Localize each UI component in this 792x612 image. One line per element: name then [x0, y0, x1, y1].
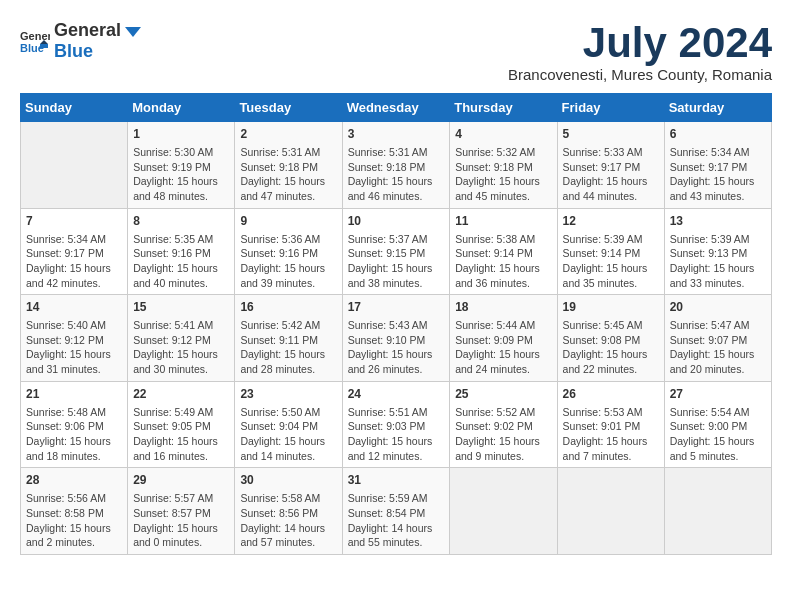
calendar-cell: 19Sunrise: 5:45 AMSunset: 9:08 PMDayligh…: [557, 295, 664, 382]
day-info: Sunrise: 5:44 AMSunset: 9:09 PMDaylight:…: [455, 318, 551, 377]
location-subtitle: Brancovenesti, Mures County, Romania: [508, 66, 772, 83]
day-number: 24: [348, 386, 445, 403]
logo-arrow-icon: [123, 21, 143, 41]
header-day-wednesday: Wednesday: [342, 94, 450, 122]
calendar-cell: 4Sunrise: 5:32 AMSunset: 9:18 PMDaylight…: [450, 122, 557, 209]
day-number: 23: [240, 386, 336, 403]
svg-marker-4: [125, 27, 141, 37]
calendar-cell: 28Sunrise: 5:56 AMSunset: 8:58 PMDayligh…: [21, 468, 128, 555]
day-info: Sunrise: 5:57 AMSunset: 8:57 PMDaylight:…: [133, 491, 229, 550]
calendar-cell: 6Sunrise: 5:34 AMSunset: 9:17 PMDaylight…: [664, 122, 771, 209]
header: General Blue General Blue July 2024 Bran…: [20, 20, 772, 83]
calendar-week-row: 28Sunrise: 5:56 AMSunset: 8:58 PMDayligh…: [21, 468, 772, 555]
day-number: 3: [348, 126, 445, 143]
day-number: 12: [563, 213, 659, 230]
logo-icon: General Blue: [20, 26, 50, 56]
logo: General Blue General Blue: [20, 20, 143, 62]
day-number: 25: [455, 386, 551, 403]
calendar-cell: 21Sunrise: 5:48 AMSunset: 9:06 PMDayligh…: [21, 381, 128, 468]
day-number: 10: [348, 213, 445, 230]
header-day-tuesday: Tuesday: [235, 94, 342, 122]
day-number: 27: [670, 386, 766, 403]
calendar-cell: 3Sunrise: 5:31 AMSunset: 9:18 PMDaylight…: [342, 122, 450, 209]
day-info: Sunrise: 5:50 AMSunset: 9:04 PMDaylight:…: [240, 405, 336, 464]
header-day-saturday: Saturday: [664, 94, 771, 122]
calendar-cell: 9Sunrise: 5:36 AMSunset: 9:16 PMDaylight…: [235, 208, 342, 295]
day-number: 2: [240, 126, 336, 143]
calendar-cell: 22Sunrise: 5:49 AMSunset: 9:05 PMDayligh…: [128, 381, 235, 468]
day-number: 16: [240, 299, 336, 316]
day-number: 17: [348, 299, 445, 316]
calendar-cell: 17Sunrise: 5:43 AMSunset: 9:10 PMDayligh…: [342, 295, 450, 382]
calendar-cell: [664, 468, 771, 555]
svg-text:General: General: [20, 30, 50, 42]
header-day-monday: Monday: [128, 94, 235, 122]
day-info: Sunrise: 5:35 AMSunset: 9:16 PMDaylight:…: [133, 232, 229, 291]
calendar-cell: 27Sunrise: 5:54 AMSunset: 9:00 PMDayligh…: [664, 381, 771, 468]
day-number: 11: [455, 213, 551, 230]
header-day-sunday: Sunday: [21, 94, 128, 122]
calendar-cell: [21, 122, 128, 209]
calendar-cell: 26Sunrise: 5:53 AMSunset: 9:01 PMDayligh…: [557, 381, 664, 468]
day-info: Sunrise: 5:58 AMSunset: 8:56 PMDaylight:…: [240, 491, 336, 550]
day-info: Sunrise: 5:31 AMSunset: 9:18 PMDaylight:…: [348, 145, 445, 204]
day-number: 26: [563, 386, 659, 403]
day-number: 18: [455, 299, 551, 316]
calendar-cell: 7Sunrise: 5:34 AMSunset: 9:17 PMDaylight…: [21, 208, 128, 295]
calendar-cell: 20Sunrise: 5:47 AMSunset: 9:07 PMDayligh…: [664, 295, 771, 382]
logo-blue-text: Blue: [54, 41, 93, 61]
day-number: 9: [240, 213, 336, 230]
calendar-cell: 29Sunrise: 5:57 AMSunset: 8:57 PMDayligh…: [128, 468, 235, 555]
day-info: Sunrise: 5:49 AMSunset: 9:05 PMDaylight:…: [133, 405, 229, 464]
day-number: 21: [26, 386, 122, 403]
calendar-cell: 31Sunrise: 5:59 AMSunset: 8:54 PMDayligh…: [342, 468, 450, 555]
day-info: Sunrise: 5:43 AMSunset: 9:10 PMDaylight:…: [348, 318, 445, 377]
day-info: Sunrise: 5:45 AMSunset: 9:08 PMDaylight:…: [563, 318, 659, 377]
calendar-cell: 24Sunrise: 5:51 AMSunset: 9:03 PMDayligh…: [342, 381, 450, 468]
calendar-cell: 1Sunrise: 5:30 AMSunset: 9:19 PMDaylight…: [128, 122, 235, 209]
day-info: Sunrise: 5:32 AMSunset: 9:18 PMDaylight:…: [455, 145, 551, 204]
calendar-cell: [557, 468, 664, 555]
calendar-cell: 25Sunrise: 5:52 AMSunset: 9:02 PMDayligh…: [450, 381, 557, 468]
calendar-week-row: 21Sunrise: 5:48 AMSunset: 9:06 PMDayligh…: [21, 381, 772, 468]
day-info: Sunrise: 5:52 AMSunset: 9:02 PMDaylight:…: [455, 405, 551, 464]
calendar-cell: 10Sunrise: 5:37 AMSunset: 9:15 PMDayligh…: [342, 208, 450, 295]
calendar-week-row: 7Sunrise: 5:34 AMSunset: 9:17 PMDaylight…: [21, 208, 772, 295]
calendar-cell: 18Sunrise: 5:44 AMSunset: 9:09 PMDayligh…: [450, 295, 557, 382]
day-number: 15: [133, 299, 229, 316]
calendar-cell: 12Sunrise: 5:39 AMSunset: 9:14 PMDayligh…: [557, 208, 664, 295]
day-info: Sunrise: 5:56 AMSunset: 8:58 PMDaylight:…: [26, 491, 122, 550]
calendar-cell: 16Sunrise: 5:42 AMSunset: 9:11 PMDayligh…: [235, 295, 342, 382]
day-number: 20: [670, 299, 766, 316]
day-info: Sunrise: 5:39 AMSunset: 9:13 PMDaylight:…: [670, 232, 766, 291]
calendar-cell: 23Sunrise: 5:50 AMSunset: 9:04 PMDayligh…: [235, 381, 342, 468]
day-info: Sunrise: 5:54 AMSunset: 9:00 PMDaylight:…: [670, 405, 766, 464]
day-info: Sunrise: 5:47 AMSunset: 9:07 PMDaylight:…: [670, 318, 766, 377]
calendar-cell: 14Sunrise: 5:40 AMSunset: 9:12 PMDayligh…: [21, 295, 128, 382]
calendar-cell: 8Sunrise: 5:35 AMSunset: 9:16 PMDaylight…: [128, 208, 235, 295]
day-info: Sunrise: 5:37 AMSunset: 9:15 PMDaylight:…: [348, 232, 445, 291]
day-info: Sunrise: 5:34 AMSunset: 9:17 PMDaylight:…: [26, 232, 122, 291]
day-info: Sunrise: 5:38 AMSunset: 9:14 PMDaylight:…: [455, 232, 551, 291]
calendar-cell: 11Sunrise: 5:38 AMSunset: 9:14 PMDayligh…: [450, 208, 557, 295]
day-info: Sunrise: 5:36 AMSunset: 9:16 PMDaylight:…: [240, 232, 336, 291]
day-info: Sunrise: 5:41 AMSunset: 9:12 PMDaylight:…: [133, 318, 229, 377]
day-info: Sunrise: 5:34 AMSunset: 9:17 PMDaylight:…: [670, 145, 766, 204]
day-number: 13: [670, 213, 766, 230]
calendar-week-row: 14Sunrise: 5:40 AMSunset: 9:12 PMDayligh…: [21, 295, 772, 382]
day-info: Sunrise: 5:40 AMSunset: 9:12 PMDaylight:…: [26, 318, 122, 377]
calendar-header-row: SundayMondayTuesdayWednesdayThursdayFrid…: [21, 94, 772, 122]
day-number: 31: [348, 472, 445, 489]
day-info: Sunrise: 5:59 AMSunset: 8:54 PMDaylight:…: [348, 491, 445, 550]
day-number: 14: [26, 299, 122, 316]
day-number: 5: [563, 126, 659, 143]
day-info: Sunrise: 5:51 AMSunset: 9:03 PMDaylight:…: [348, 405, 445, 464]
day-number: 30: [240, 472, 336, 489]
day-number: 22: [133, 386, 229, 403]
day-info: Sunrise: 5:31 AMSunset: 9:18 PMDaylight:…: [240, 145, 336, 204]
calendar-table: SundayMondayTuesdayWednesdayThursdayFrid…: [20, 93, 772, 555]
day-number: 8: [133, 213, 229, 230]
calendar-cell: 5Sunrise: 5:33 AMSunset: 9:17 PMDaylight…: [557, 122, 664, 209]
calendar-cell: 2Sunrise: 5:31 AMSunset: 9:18 PMDaylight…: [235, 122, 342, 209]
month-title: July 2024: [508, 20, 772, 66]
